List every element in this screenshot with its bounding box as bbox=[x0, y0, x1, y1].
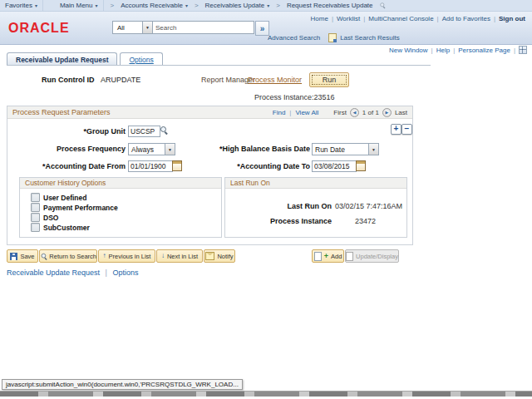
user-defined-checkbox[interactable] bbox=[31, 193, 40, 202]
chevron-down-icon: ▾ bbox=[35, 2, 37, 8]
process-frequency-select[interactable]: Always ▼ bbox=[128, 143, 175, 155]
process-request-parameters-box: Process Request Parameters Find | View A… bbox=[7, 106, 413, 245]
breadcrumb-request-receivables-update[interactable]: Request Receivables Update bbox=[282, 0, 378, 11]
subcustomer-checkbox[interactable] bbox=[31, 223, 40, 232]
previous-in-list-button[interactable]: ↑ Previous in List bbox=[98, 249, 155, 263]
checkbox-row: DSO bbox=[31, 213, 58, 222]
chevron-down-icon[interactable]: ▼ bbox=[368, 144, 378, 155]
dso-checkbox[interactable] bbox=[31, 213, 40, 222]
groupbox-title: Customer History Options bbox=[25, 179, 106, 187]
process-instance-label: Process Instance bbox=[225, 217, 332, 225]
chevron-down-icon[interactable]: ▼ bbox=[142, 22, 152, 33]
tab-receivable-update-request[interactable]: Receivable Update Request bbox=[7, 52, 117, 66]
last-label[interactable]: Last bbox=[395, 109, 407, 116]
footer-links: Receivable Update Request | Options bbox=[7, 268, 138, 277]
new-window-link[interactable]: New Window bbox=[389, 47, 428, 54]
customer-history-options-box: Customer History Options User Defined Pa… bbox=[19, 177, 222, 238]
calendar-icon[interactable] bbox=[172, 160, 182, 171]
advanced-search-link[interactable]: Advanced Search bbox=[268, 34, 320, 42]
add-icon bbox=[314, 252, 322, 261]
personalize-layout-icon[interactable] bbox=[519, 46, 527, 54]
update-display-icon bbox=[346, 252, 353, 261]
process-frequency-label: Process Frequency bbox=[7, 145, 126, 153]
breadcrumb-accounts-receivable[interactable]: Accounts Receivable ▾ bbox=[116, 0, 193, 11]
view-all-link[interactable]: View All bbox=[295, 109, 318, 116]
checkbox-row: Payment Performance bbox=[31, 203, 118, 212]
process-instance-text: Process Instance:23516 bbox=[254, 93, 335, 101]
checkbox-row: SubCustomer bbox=[31, 223, 90, 232]
save-label: Save bbox=[20, 253, 34, 260]
search-scope-value: All bbox=[117, 24, 125, 32]
sign-out-link[interactable]: Sign out bbox=[499, 15, 525, 22]
update-display-label: Update/Display bbox=[356, 253, 398, 260]
first-label[interactable]: First bbox=[333, 109, 347, 116]
peoplesoft-window: Favorites ▾ Main Menu ▾ > Accounts Recei… bbox=[0, 0, 532, 399]
high-balance-basis-date-select[interactable]: Run Date ▼ bbox=[312, 143, 379, 155]
accounting-date-to-input[interactable]: 03/08/2015 bbox=[312, 160, 357, 172]
accounting-date-to-label: *Accounting Date To bbox=[182, 162, 310, 170]
return-to-search-button[interactable]: Return to Search bbox=[39, 249, 97, 263]
breadcrumb-receivables-update[interactable]: Receivables Update ▾ bbox=[200, 0, 275, 11]
accounting-date-from-input[interactable]: 01/01/1900 bbox=[128, 160, 173, 172]
delete-row-button[interactable]: − bbox=[401, 124, 412, 135]
personalize-page-link[interactable]: Personalize Page bbox=[458, 47, 510, 54]
footer-link-receivable-update-request[interactable]: Receivable Update Request bbox=[7, 268, 100, 277]
chevron-down-icon: ▾ bbox=[185, 2, 188, 8]
groupbox-nav: Find | View All First ◀ 1 of 1 ▶ Last bbox=[273, 108, 407, 117]
search-scope-select[interactable]: All ▼ bbox=[112, 21, 153, 34]
run-control-id-value: ARUPDATE bbox=[101, 76, 140, 84]
header: ORACLE All ▼ » Home| Worklist| MultiChan… bbox=[0, 12, 532, 45]
process-monitor-link[interactable]: Process Monitor bbox=[248, 76, 302, 84]
add-button[interactable]: + Add bbox=[312, 249, 344, 263]
next-in-list-button[interactable]: ↓ Next in List bbox=[156, 249, 203, 263]
page-action-bar: New Window| Help| Personalize Page| bbox=[389, 46, 527, 54]
last-run-on-label: Last Run On bbox=[225, 202, 332, 210]
breadcrumb-main-menu[interactable]: Main Menu ▾ bbox=[55, 0, 103, 11]
checkbox-label: User Defined bbox=[43, 194, 86, 202]
header-link-worklist[interactable]: Worklist bbox=[337, 15, 360, 22]
previous-row-icon[interactable]: ◀ bbox=[350, 108, 359, 117]
find-link[interactable]: Find bbox=[273, 109, 286, 116]
last-search-results-link[interactable]: Last Search Results bbox=[340, 34, 400, 42]
previous-in-list-icon: ↑ bbox=[103, 253, 106, 259]
breadcrumb-crumb-label: Request Receivables Update bbox=[287, 2, 373, 9]
run-button[interactable]: Run bbox=[309, 72, 349, 87]
tab-label: Receivable Update Request bbox=[16, 56, 108, 64]
payment-performance-checkbox[interactable] bbox=[31, 203, 40, 212]
next-row-icon[interactable]: ▶ bbox=[382, 108, 392, 117]
group-unit-input[interactable]: USCSP bbox=[128, 126, 160, 137]
breadcrumb-favorites-menu[interactable]: Favorites ▾ bbox=[0, 0, 42, 11]
chevron-down-icon[interactable]: ▼ bbox=[165, 144, 175, 155]
run-control-id-label: Run Control ID bbox=[42, 76, 95, 84]
add-row-button[interactable]: + bbox=[391, 124, 401, 135]
link-divider: | bbox=[363, 15, 365, 22]
link-divider: | bbox=[494, 15, 495, 22]
notify-button[interactable]: Notify bbox=[204, 249, 235, 263]
process-request-parameters-header: Process Request Parameters Find | View A… bbox=[7, 106, 412, 119]
search-links: Advanced Search Last Search Results bbox=[268, 33, 400, 42]
breadcrumb-divider bbox=[42, 0, 43, 11]
help-link[interactable]: Help bbox=[436, 47, 450, 54]
tab-options[interactable]: Options bbox=[120, 52, 162, 66]
group-unit-lookup-icon[interactable] bbox=[160, 126, 169, 135]
breadcrumb: Favorites ▾ Main Menu ▾ > Accounts Recei… bbox=[0, 0, 532, 12]
header-link-add-to-favorites[interactable]: Add to Favorites bbox=[442, 15, 490, 22]
link-divider: | bbox=[437, 15, 439, 22]
pagination-label: 1 of 1 bbox=[362, 109, 379, 116]
checkbox-row: User Defined bbox=[31, 193, 86, 202]
accounting-date-to-value: 03/08/2015 bbox=[314, 162, 350, 170]
tab-label: Options bbox=[129, 56, 153, 64]
group-unit-label: *Group Unit bbox=[7, 127, 126, 135]
breadcrumb-divider bbox=[103, 0, 104, 11]
search-input[interactable] bbox=[153, 21, 254, 34]
link-divider: | bbox=[453, 47, 455, 54]
save-icon bbox=[10, 253, 17, 260]
link-divider: | bbox=[106, 268, 107, 277]
header-link-multichannel-console[interactable]: MultiChannel Console bbox=[368, 15, 433, 22]
high-balance-basis-date-value: Run Date bbox=[313, 145, 345, 154]
link-divider: | bbox=[514, 47, 515, 54]
header-link-home[interactable]: Home bbox=[311, 15, 328, 22]
footer-link-options[interactable]: Options bbox=[112, 268, 138, 277]
calendar-icon[interactable] bbox=[356, 160, 366, 171]
save-button[interactable]: Save bbox=[7, 249, 38, 263]
